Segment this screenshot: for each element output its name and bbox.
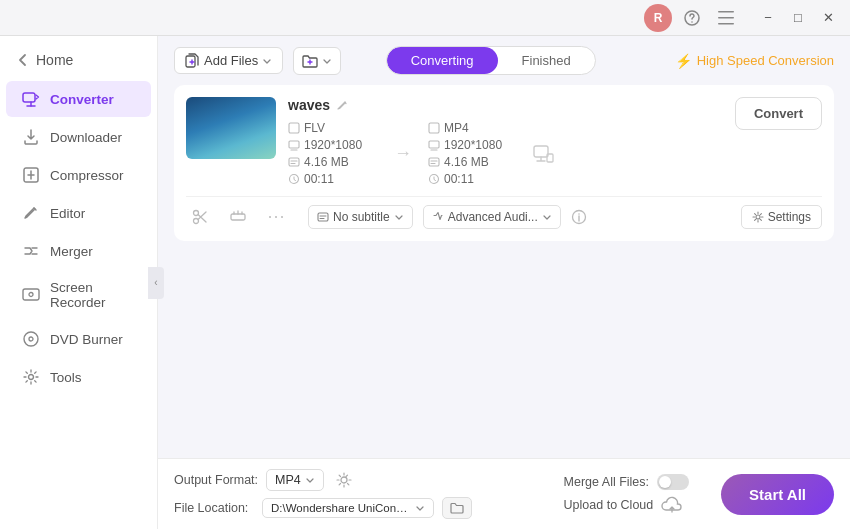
upload-cloud-icon[interactable] xyxy=(661,496,683,514)
file-name: waves xyxy=(288,97,330,113)
file-card: waves xyxy=(174,85,834,241)
lightning-icon: ⚡ xyxy=(675,53,692,69)
sidebar-item-merger[interactable]: Merger xyxy=(6,233,151,269)
cut-icon[interactable] xyxy=(186,207,214,227)
window-controls: − □ ✕ xyxy=(754,4,842,32)
close-button[interactable]: ✕ xyxy=(814,4,842,32)
output-format-select[interactable]: MP4 xyxy=(266,469,324,491)
svg-point-30 xyxy=(341,477,347,483)
screen-recorder-icon xyxy=(22,286,40,304)
edit-filename-icon[interactable] xyxy=(336,99,349,112)
trim-icon[interactable] xyxy=(224,207,252,227)
tab-finished[interactable]: Finished xyxy=(498,47,595,74)
minimize-button[interactable]: − xyxy=(754,4,782,32)
sidebar-item-tools[interactable]: Tools xyxy=(6,359,151,395)
file-card-top: waves xyxy=(186,97,822,186)
file-location-value: D:\Wondershare UniConverter 1 xyxy=(271,502,411,514)
subtitle-label: No subtitle xyxy=(333,210,390,224)
add-folder-button[interactable] xyxy=(293,47,341,75)
subtitle-select[interactable]: No subtitle xyxy=(308,205,413,229)
sidebar-collapse-button[interactable]: ‹ xyxy=(148,267,164,299)
downloader-icon xyxy=(22,128,40,146)
svg-point-10 xyxy=(29,337,33,341)
support-button[interactable] xyxy=(678,4,706,32)
high-speed-conversion[interactable]: ⚡ High Speed Conversion xyxy=(675,53,834,69)
merge-files-toggle[interactable] xyxy=(657,474,689,490)
target-duration: 00:11 xyxy=(444,172,474,186)
svg-rect-15 xyxy=(289,158,299,166)
file-list: waves xyxy=(158,85,850,458)
file-format-icon xyxy=(288,122,300,134)
format-settings-icon[interactable] xyxy=(336,472,352,488)
tab-converting[interactable]: Converting xyxy=(387,47,498,74)
info-icon[interactable] xyxy=(571,209,587,225)
target-meta: MP4 1920*1080 xyxy=(428,121,518,186)
file-meta: FLV 1920*1080 xyxy=(288,121,723,186)
svg-point-29 xyxy=(756,215,760,219)
maximize-button[interactable]: □ xyxy=(784,4,812,32)
add-files-button[interactable]: Add Files xyxy=(174,47,283,74)
svg-rect-3 xyxy=(718,17,734,19)
back-home[interactable]: Home xyxy=(0,44,157,80)
convert-button[interactable]: Convert xyxy=(735,97,822,130)
target-size-row: 4.16 MB xyxy=(428,155,518,169)
svg-rect-7 xyxy=(23,289,39,300)
audio-icon xyxy=(432,211,444,223)
target-resolution-row: 1920*1080 xyxy=(428,138,518,152)
target-format-icon xyxy=(428,122,440,134)
device-export-icon xyxy=(526,143,560,165)
settings-button[interactable]: Settings xyxy=(741,205,822,229)
source-format: FLV xyxy=(304,121,325,135)
menu-button[interactable] xyxy=(712,4,740,32)
svg-rect-5 xyxy=(23,93,35,102)
file-info: waves xyxy=(288,97,723,186)
target-format-row: MP4 xyxy=(428,121,518,135)
svg-rect-4 xyxy=(718,23,734,25)
bottom-bar: Output Format: MP4 xyxy=(158,458,850,529)
output-format-row: Output Format: MP4 xyxy=(174,469,548,491)
upload-cloud-row: Upload to Cloud xyxy=(564,496,684,514)
high-speed-label: High Speed Conversion xyxy=(697,53,834,68)
sidebar-item-label: Converter xyxy=(50,92,114,107)
merger-icon xyxy=(22,242,40,260)
settings-label: Settings xyxy=(768,210,811,224)
source-size-row: 4.16 MB xyxy=(288,155,378,169)
sidebar-item-converter[interactable]: Converter xyxy=(6,81,151,117)
sidebar-item-dvd-burner[interactable]: DVD Burner xyxy=(6,321,151,357)
main-content: Add Files Converting Finished xyxy=(158,36,850,529)
output-format-value: MP4 xyxy=(275,473,301,487)
sidebar: Home Converter Downloader xyxy=(0,36,158,529)
dvd-burner-icon xyxy=(22,330,40,348)
source-size: 4.16 MB xyxy=(304,155,349,169)
user-avatar[interactable]: R xyxy=(644,4,672,32)
sidebar-item-editor[interactable]: Editor xyxy=(6,195,151,231)
sidebar-item-label: Compressor xyxy=(50,168,124,183)
audio-select[interactable]: Advanced Audi... xyxy=(423,205,561,229)
svg-rect-2 xyxy=(718,11,734,13)
titlebar: R − □ ✕ xyxy=(0,0,850,36)
settings-gear-icon xyxy=(752,211,764,223)
bottom-left: Output Format: MP4 xyxy=(174,469,548,519)
compressor-icon xyxy=(22,166,40,184)
sidebar-item-label: Downloader xyxy=(50,130,122,145)
svg-rect-17 xyxy=(429,123,439,133)
sidebar-item-downloader[interactable]: Downloader xyxy=(6,119,151,155)
source-resolution-row: 1920*1080 xyxy=(288,138,378,152)
sidebar-item-screen-recorder[interactable]: Screen Recorder xyxy=(6,271,151,319)
more-icon[interactable] xyxy=(262,207,290,227)
toolbar: Add Files Converting Finished xyxy=(158,36,850,85)
sidebar-item-compressor[interactable]: Compressor xyxy=(6,157,151,193)
sidebar-item-label: Screen Recorder xyxy=(50,280,135,310)
duration-icon xyxy=(288,173,300,185)
svg-point-11 xyxy=(29,375,34,380)
merge-files-label: Merge All Files: xyxy=(564,475,649,489)
start-all-button[interactable]: Start All xyxy=(721,474,834,515)
source-duration-row: 00:11 xyxy=(288,172,378,186)
svg-rect-19 xyxy=(429,158,439,166)
svg-rect-21 xyxy=(534,146,548,157)
svg-rect-26 xyxy=(318,213,328,221)
browse-folder-button[interactable] xyxy=(442,497,472,519)
sidebar-item-label: Editor xyxy=(50,206,85,221)
file-location-label: File Location: xyxy=(174,501,254,515)
file-location-select[interactable]: D:\Wondershare UniConverter 1 xyxy=(262,498,434,518)
